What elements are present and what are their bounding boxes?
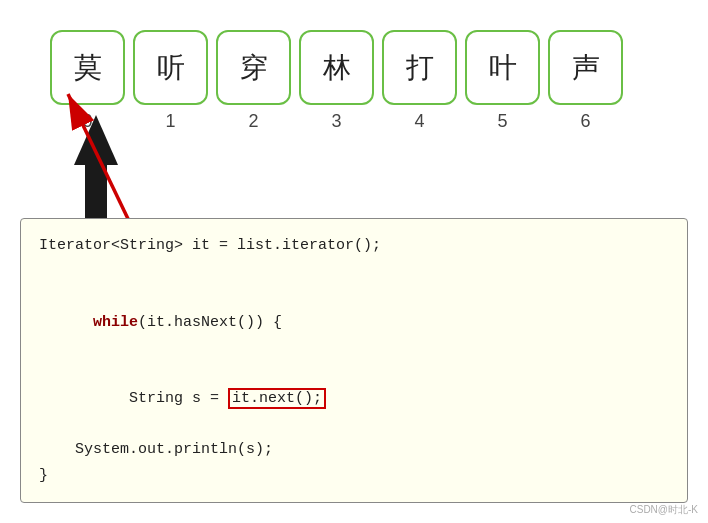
array-cell-6: 声 — [548, 30, 623, 105]
array-cell-3: 林 — [299, 30, 374, 105]
index-cell-5: 5 — [465, 111, 540, 132]
code-line-1: Iterator<String> it = list.iterator(); — [39, 233, 669, 259]
code-box: Iterator<String> it = list.iterator(); w… — [20, 218, 688, 503]
array-cell-1: 听 — [133, 30, 208, 105]
index-cell-4: 4 — [382, 111, 457, 132]
main-container: 莫听穿林打叶声 0123456 Iterator<String> it = li… — [0, 0, 708, 523]
code-highlight-itnext: it.next(); — [228, 388, 326, 409]
index-row: 0123456 — [50, 111, 678, 132]
array-cell-0: 莫 — [50, 30, 125, 105]
array-cell-5: 叶 — [465, 30, 540, 105]
watermark: CSDN@时北-K — [630, 503, 699, 517]
array-cell-2: 穿 — [216, 30, 291, 105]
index-cell-0: 0 — [50, 111, 125, 132]
index-cell-3: 3 — [299, 111, 374, 132]
code-line-5: System.out.println(s); — [39, 437, 669, 463]
code-line-3: while(it.hasNext()) { — [39, 284, 669, 361]
index-cell-1: 1 — [133, 111, 208, 132]
code-while-keyword: while — [93, 314, 138, 331]
array-cell-4: 打 — [382, 30, 457, 105]
array-row: 莫听穿林打叶声 — [50, 30, 678, 105]
code-line-6: } — [39, 463, 669, 489]
index-cell-2: 2 — [216, 111, 291, 132]
index-cell-6: 6 — [548, 111, 623, 132]
code-line-4: String s = it.next(); — [39, 361, 669, 438]
code-line-blank — [39, 259, 669, 285]
